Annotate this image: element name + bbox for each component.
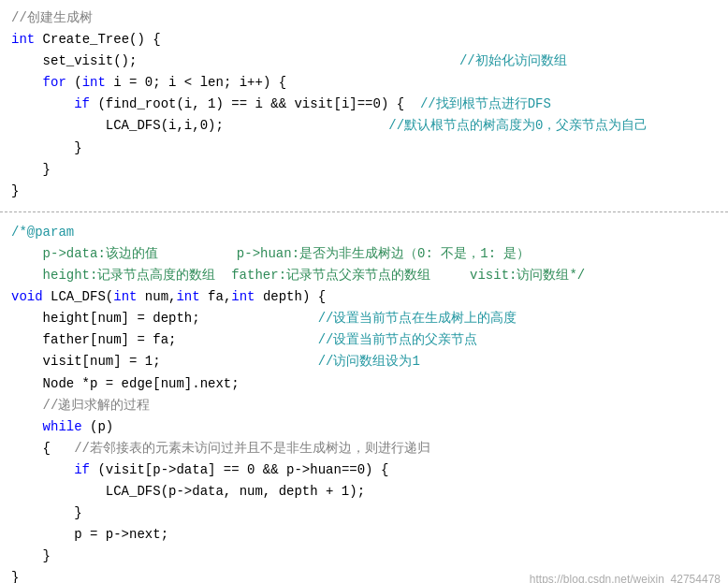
keyword: int bbox=[231, 289, 255, 304]
code: visit[num] = 1; bbox=[11, 354, 318, 369]
line-19: while (p) bbox=[11, 416, 717, 438]
code: height[num] = depth; bbox=[11, 311, 318, 326]
code: LCA_DFS(i,i,0); bbox=[11, 118, 388, 133]
code: Create_Tree() { bbox=[35, 32, 160, 47]
code: num, bbox=[137, 289, 176, 304]
line-12: height:记录节点高度的数组 father:记录节点父亲节点的数组 visi… bbox=[11, 265, 717, 286]
keyword: if bbox=[74, 96, 90, 111]
keyword: int bbox=[113, 289, 137, 304]
code: fa, bbox=[200, 289, 232, 304]
line-7: } bbox=[11, 138, 717, 159]
keyword-while: while bbox=[43, 419, 82, 434]
code: set_visit(); bbox=[11, 53, 459, 68]
code: i = 0; i < len; i++) { bbox=[106, 75, 286, 90]
code: father[num] = fa; bbox=[11, 332, 318, 347]
code: } bbox=[11, 505, 82, 520]
line-5: if (find_root(i, 1) == i && visit[i]==0)… bbox=[11, 94, 717, 115]
code: } bbox=[11, 140, 82, 155]
section1: //创建生成树 int Create_Tree() { set_visit();… bbox=[0, 7, 728, 202]
code: } bbox=[11, 162, 51, 177]
line-17: Node *p = edge[num].next; bbox=[11, 373, 717, 395]
section2: /*@param p->data:该边的值 p->huan:是否为非生成树边（0… bbox=[0, 222, 728, 583]
comment: //设置当前节点的父亲节点 bbox=[318, 332, 478, 347]
line-16: visit[num] = 1; //访问数组设为1 bbox=[11, 351, 717, 372]
code: depth) { bbox=[255, 289, 327, 304]
line-15: father[num] = fa; //设置当前节点的父亲节点 bbox=[11, 329, 717, 351]
comment: //若邻接表的元素未访问过并且不是非生成树边，则进行递归 bbox=[74, 441, 430, 456]
code: LCA_DFS( bbox=[43, 289, 114, 304]
keyword: for bbox=[43, 75, 66, 90]
line-8: } bbox=[11, 159, 717, 181]
comment: //创建生成树 bbox=[11, 10, 93, 25]
code bbox=[11, 462, 74, 477]
code bbox=[11, 96, 74, 111]
code: Node *p = edge[num].next; bbox=[11, 376, 240, 391]
line-18: //递归求解的过程 bbox=[11, 395, 717, 416]
comment: //默认根节点的树高度为0，父亲节点为自己 bbox=[388, 118, 648, 133]
line-9: } bbox=[11, 181, 717, 202]
line-2: int Create_Tree() { bbox=[11, 29, 717, 51]
comment: height:记录节点高度的数组 father:记录节点父亲节点的数组 visi… bbox=[11, 268, 585, 283]
keyword: if bbox=[74, 462, 90, 477]
code: { bbox=[11, 441, 74, 456]
line-13: void LCA_DFS(int num,int fa,int depth) { bbox=[11, 286, 717, 308]
keyword: int bbox=[82, 75, 106, 90]
line-14: height[num] = depth; //设置当前节点在生成树上的高度 bbox=[11, 308, 717, 329]
code: } bbox=[11, 183, 19, 198]
watermark: https://blog.csdn.net/weixin_42754478 bbox=[530, 571, 721, 583]
comment: //找到根节点进行DFS bbox=[420, 96, 551, 111]
keyword: void bbox=[11, 289, 43, 304]
code: LCA_DFS(p->data, num, depth + 1); bbox=[11, 484, 365, 499]
line-4: for (int i = 0; i < len; i++) { bbox=[11, 72, 717, 94]
line-22: LCA_DFS(p->data, num, depth + 1); bbox=[11, 481, 717, 503]
line-25: } bbox=[11, 546, 717, 567]
comment: //初始化访问数组 bbox=[459, 53, 567, 68]
code: (p) bbox=[82, 419, 114, 434]
comment: /*@param bbox=[11, 225, 74, 240]
code bbox=[11, 419, 43, 434]
comment: p->data:该边的值 p->huan:是否为非生成树边（0: 不是，1: 是… bbox=[11, 246, 530, 261]
code: p = p->next; bbox=[11, 527, 168, 542]
code bbox=[11, 75, 43, 90]
keyword: int bbox=[176, 289, 199, 304]
line-10: /*@param bbox=[11, 222, 717, 243]
line-21: if (visit[p->data] == 0 && p->huan==0) { bbox=[11, 459, 717, 481]
code-container: //创建生成树 int Create_Tree() { set_visit();… bbox=[0, 0, 728, 583]
code: } bbox=[11, 548, 51, 563]
code: } bbox=[11, 570, 19, 583]
line-6: LCA_DFS(i,i,0); //默认根节点的树高度为0，父亲节点为自己 bbox=[11, 115, 717, 137]
comment: //访问数组设为1 bbox=[318, 354, 420, 369]
code: ( bbox=[66, 75, 82, 90]
code: (find_root(i, 1) == i && visit[i]==0) { bbox=[90, 96, 420, 111]
line-11: p->data:该边的值 p->huan:是否为非生成树边（0: 不是，1: 是… bbox=[11, 243, 717, 265]
divider bbox=[0, 211, 728, 212]
line-20: { //若邻接表的元素未访问过并且不是非生成树边，则进行递归 bbox=[11, 438, 717, 459]
line-23: } bbox=[11, 503, 717, 524]
comment: //设置当前节点在生成树上的高度 bbox=[318, 311, 517, 326]
line-3: set_visit(); //初始化访问数组 bbox=[11, 51, 717, 72]
line-24: p = p->next; bbox=[11, 524, 717, 546]
comment: //递归求解的过程 bbox=[11, 398, 150, 413]
code: (visit[p->data] == 0 && p->huan==0) { bbox=[90, 462, 388, 477]
keyword: int bbox=[11, 32, 35, 47]
line-1: //创建生成树 bbox=[11, 7, 717, 29]
